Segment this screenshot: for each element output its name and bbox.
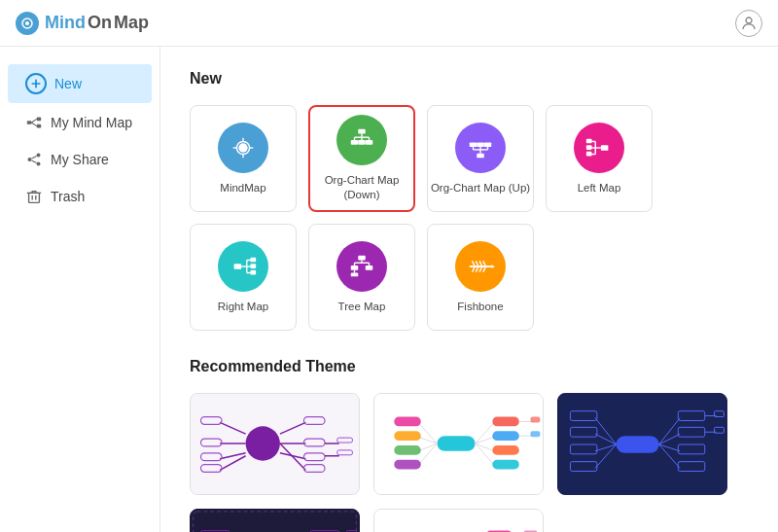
svg-rect-13 bbox=[29, 193, 40, 202]
logo-mind-text: Mind bbox=[45, 13, 86, 33]
svg-rect-30 bbox=[358, 140, 366, 145]
svg-rect-23 bbox=[358, 129, 366, 134]
map-card-right-map[interactable]: Right Map bbox=[190, 224, 297, 331]
tree-map-label: Tree Map bbox=[338, 300, 386, 314]
sidebar-item-my-share[interactable]: My Share bbox=[8, 142, 152, 177]
mind-map-icon bbox=[25, 114, 43, 131]
svg-point-8 bbox=[37, 154, 41, 158]
svg-rect-39 bbox=[477, 142, 484, 147]
svg-point-2 bbox=[746, 18, 752, 23]
theme-card-3[interactable] bbox=[557, 393, 727, 495]
svg-rect-41 bbox=[601, 145, 609, 151]
svg-rect-31 bbox=[366, 140, 373, 145]
svg-rect-107 bbox=[394, 445, 420, 455]
theme-card-4[interactable] bbox=[190, 509, 360, 532]
new-section-title: New bbox=[190, 70, 749, 88]
theme-card-2[interactable] bbox=[373, 393, 544, 495]
tree-map-icon bbox=[336, 241, 387, 292]
svg-rect-65 bbox=[366, 266, 373, 270]
trash-icon bbox=[25, 188, 43, 205]
recommended-theme-title: Recommended Theme bbox=[190, 358, 749, 375]
map-card-fishbone[interactable]: Fishbone bbox=[427, 224, 534, 331]
map-card-left-map[interactable]: Left Map bbox=[546, 105, 653, 212]
sidebar-my-share-label: My Share bbox=[51, 152, 109, 167]
header: MindOnMap bbox=[0, 0, 778, 47]
theme-card-5[interactable] bbox=[373, 509, 544, 532]
org-chart-down-label: Org-Chart Map (Down) bbox=[310, 173, 413, 202]
left-map-label: Left Map bbox=[578, 181, 621, 195]
svg-rect-64 bbox=[351, 266, 359, 270]
fishbone-label: Fishbone bbox=[457, 300, 503, 314]
mindmap-icon bbox=[218, 123, 268, 173]
sidebar-my-mind-map-label: My Mind Map bbox=[51, 115, 132, 130]
svg-rect-3 bbox=[27, 121, 32, 124]
org-chart-up-icon bbox=[455, 123, 506, 173]
svg-point-79 bbox=[246, 426, 280, 460]
svg-line-7 bbox=[31, 123, 36, 126]
svg-rect-121 bbox=[531, 431, 541, 437]
map-card-tree-map[interactable]: Tree Map bbox=[308, 224, 415, 331]
svg-rect-111 bbox=[492, 417, 518, 427]
svg-rect-144 bbox=[192, 510, 359, 532]
svg-rect-38 bbox=[470, 142, 477, 147]
sidebar-new-label: New bbox=[54, 76, 82, 91]
mindmap-label: MindMap bbox=[220, 181, 265, 195]
svg-rect-56 bbox=[251, 257, 257, 262]
svg-rect-40 bbox=[484, 142, 492, 147]
svg-rect-5 bbox=[37, 124, 42, 128]
svg-rect-67 bbox=[351, 272, 359, 276]
svg-rect-4 bbox=[37, 118, 42, 122]
org-chart-down-icon bbox=[336, 115, 387, 165]
map-card-org-chart-up[interactable]: Org-Chart Map (Up) bbox=[427, 105, 534, 212]
main-content: New MindMap bbox=[160, 47, 778, 532]
svg-rect-58 bbox=[251, 269, 257, 274]
svg-rect-167 bbox=[375, 510, 543, 532]
sidebar-item-my-mind-map[interactable]: My Mind Map bbox=[8, 105, 152, 140]
logo: MindOnMap bbox=[16, 12, 149, 35]
svg-rect-50 bbox=[234, 264, 242, 269]
new-plus-icon bbox=[25, 73, 47, 94]
sidebar-item-trash[interactable]: Trash bbox=[8, 179, 152, 214]
svg-rect-119 bbox=[531, 417, 541, 423]
sidebar-trash-label: Trash bbox=[51, 189, 85, 204]
map-card-mindmap[interactable]: MindMap bbox=[190, 105, 297, 212]
svg-rect-49 bbox=[586, 151, 592, 156]
theme-card-1[interactable] bbox=[190, 393, 360, 495]
svg-rect-109 bbox=[394, 460, 420, 470]
svg-rect-47 bbox=[586, 138, 592, 143]
user-avatar[interactable] bbox=[735, 10, 762, 37]
svg-point-9 bbox=[28, 158, 32, 161]
map-type-grid: MindMap Org-C bbox=[190, 105, 749, 331]
svg-rect-123 bbox=[617, 436, 659, 453]
svg-rect-101 bbox=[437, 436, 475, 451]
map-card-org-chart-down[interactable]: Org-Chart Map (Down) bbox=[308, 105, 415, 212]
right-map-label: Right Map bbox=[218, 300, 268, 314]
svg-rect-29 bbox=[351, 140, 359, 145]
svg-point-17 bbox=[238, 143, 247, 152]
svg-rect-115 bbox=[492, 445, 518, 455]
svg-point-1 bbox=[25, 21, 29, 25]
sidebar-item-new[interactable]: New bbox=[8, 64, 152, 103]
svg-rect-117 bbox=[492, 460, 518, 470]
svg-line-11 bbox=[31, 156, 36, 159]
svg-line-6 bbox=[31, 119, 36, 123]
fishbone-icon bbox=[455, 241, 506, 292]
right-map-icon bbox=[218, 241, 268, 292]
svg-rect-32 bbox=[477, 153, 484, 158]
svg-rect-57 bbox=[251, 264, 257, 268]
svg-rect-113 bbox=[492, 431, 518, 441]
svg-rect-103 bbox=[394, 417, 420, 427]
svg-point-10 bbox=[37, 162, 41, 166]
svg-line-12 bbox=[31, 160, 36, 163]
logo-on-text: On bbox=[88, 13, 112, 33]
logo-map-text: Map bbox=[114, 13, 149, 33]
org-chart-up-label: Org-Chart Map (Up) bbox=[431, 181, 530, 195]
svg-rect-48 bbox=[586, 145, 592, 150]
logo-icon bbox=[16, 12, 39, 35]
theme-grid bbox=[190, 393, 749, 532]
svg-rect-105 bbox=[394, 431, 420, 441]
share-icon bbox=[25, 151, 43, 168]
layout: New My Mind Map My Share Trash New bbox=[0, 47, 778, 532]
svg-rect-59 bbox=[358, 255, 366, 260]
sidebar: New My Mind Map My Share Trash bbox=[0, 47, 160, 532]
